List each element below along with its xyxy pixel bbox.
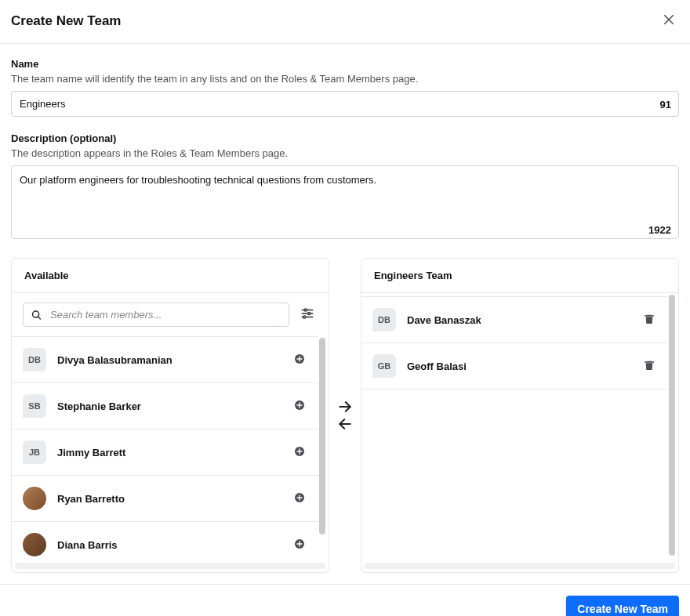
available-scrollbar[interactable]	[318, 338, 326, 561]
available-list-wrapper: DBDivya BalasubramanianSBStephanie Barke…	[12, 336, 329, 563]
avatar-initials: JB	[23, 440, 46, 464]
team-scrollbar[interactable]	[668, 295, 676, 561]
svg-point-9	[303, 316, 306, 318]
member-name: Geoff Balasi	[407, 361, 630, 372]
create-team-button[interactable]: Create New Team	[566, 596, 679, 616]
available-hscroll[interactable]	[12, 563, 329, 572]
name-char-count: 91	[660, 98, 671, 110]
name-label: Name	[11, 58, 679, 70]
add-member-button[interactable]	[292, 444, 307, 462]
filter-button[interactable]	[297, 303, 318, 326]
name-input[interactable]	[11, 91, 679, 117]
search-input[interactable]	[23, 303, 289, 327]
search-icon	[31, 309, 42, 321]
remove-member-button[interactable]	[641, 357, 657, 375]
available-row: DBDivya Balasubramanian	[12, 336, 318, 382]
member-picker: Available DBDivya BalasubramanianSBSteph…	[11, 258, 679, 573]
available-row: Diana Barris	[12, 521, 318, 563]
description-char-count: 1922	[648, 224, 671, 236]
avatar-initials: DB	[23, 348, 46, 371]
member-name: Dave Banaszak	[407, 314, 630, 326]
add-member-button[interactable]	[292, 351, 307, 369]
filter-icon	[300, 306, 314, 321]
description-label: Description (optional)	[11, 132, 679, 144]
team-list-wrapper: DBDave BanaszakGBGeoff Balasi	[361, 293, 678, 563]
plus-circle-icon	[293, 538, 306, 550]
plus-circle-icon	[293, 491, 306, 504]
plus-circle-icon	[293, 445, 306, 458]
plus-circle-icon	[293, 399, 306, 411]
team-header: Engineers Team	[361, 259, 678, 293]
member-name: Jimmy Barrett	[57, 447, 281, 458]
avatar-initials: SB	[23, 394, 46, 418]
trash-icon	[643, 313, 656, 325]
transfer-arrows	[329, 258, 361, 573]
name-field-block: Name The team name will identify the tea…	[11, 58, 679, 117]
svg-point-5	[304, 309, 307, 311]
avatar-initials: DB	[372, 308, 396, 332]
modal-body: Name The team name will identify the tea…	[0, 44, 690, 573]
member-name: Ryan Barretto	[57, 493, 281, 505]
description-textarea-wrapper: 1922	[11, 165, 679, 242]
add-member-button[interactable]	[292, 397, 307, 415]
team-hscroll[interactable]	[361, 563, 678, 572]
search-wrapper	[23, 303, 289, 327]
team-scrollbar-thumb[interactable]	[669, 295, 675, 556]
member-name: Divya Balasubramanian	[57, 354, 281, 366]
team-row: DBDave Banaszak	[361, 296, 668, 343]
arrow-right-icon	[337, 399, 353, 415]
modal-header: Create New Team	[0, 0, 690, 44]
close-icon	[662, 13, 676, 27]
team-row: GBGeoff Balasi	[361, 343, 668, 390]
close-button[interactable]	[659, 9, 679, 32]
avatar-photo	[23, 487, 46, 510]
description-help: The description appears in the Roles & T…	[11, 147, 679, 159]
member-name: Stephanie Barker	[57, 400, 281, 412]
trash-icon	[643, 359, 656, 371]
member-name: Diana Barris	[57, 539, 281, 551]
plus-circle-icon	[293, 353, 306, 365]
available-row: JBJimmy Barrett	[12, 429, 318, 475]
avatar-initials: GB	[372, 354, 396, 378]
available-header: Available	[12, 259, 329, 293]
name-input-wrapper: 91	[11, 91, 679, 117]
available-scrollbar-thumb[interactable]	[319, 338, 325, 534]
modal-footer: Create New Team	[0, 584, 690, 616]
description-field-block: Description (optional) The description a…	[11, 132, 679, 242]
add-member-button[interactable]	[292, 490, 307, 508]
available-controls	[12, 293, 329, 336]
arrow-left-icon	[337, 416, 353, 432]
svg-line-3	[38, 317, 41, 319]
team-panel: Engineers Team DBDave BanaszakGBGeoff Ba…	[361, 258, 679, 573]
available-row: SBStephanie Barker	[12, 382, 318, 429]
modal-title: Create New Team	[11, 13, 121, 29]
add-member-button[interactable]	[292, 536, 307, 554]
available-panel: Available DBDivya BalasubramanianSBSteph…	[11, 258, 329, 573]
avatar-photo	[23, 533, 46, 556]
name-help: The team name will identify the team in …	[11, 73, 679, 85]
team-hscroll-track	[365, 563, 675, 569]
available-list[interactable]: DBDivya BalasubramanianSBStephanie Barke…	[12, 336, 318, 563]
description-textarea[interactable]	[11, 165, 679, 239]
svg-point-7	[308, 313, 310, 315]
remove-member-button[interactable]	[641, 311, 657, 329]
available-row: Ryan Barretto	[12, 475, 318, 521]
team-list[interactable]: DBDave BanaszakGBGeoff Balasi	[361, 293, 668, 563]
available-hscroll-track	[15, 563, 325, 569]
